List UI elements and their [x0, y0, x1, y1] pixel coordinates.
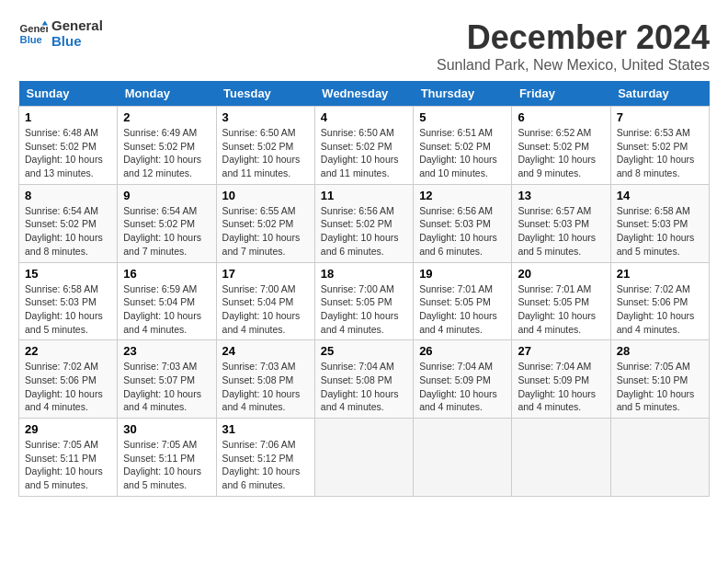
- day-info: Sunrise: 6:50 AMSunset: 5:02 PMDaylight:…: [321, 126, 407, 180]
- day-info: Sunrise: 7:04 AMSunset: 5:09 PMDaylight:…: [419, 360, 506, 414]
- calendar-week-2: 8Sunrise: 6:54 AMSunset: 5:02 PMDaylight…: [19, 184, 710, 262]
- calendar-header-row: SundayMondayTuesdayWednesdayThursdayFrid…: [19, 81, 710, 107]
- calendar-cell: 8Sunrise: 6:54 AMSunset: 5:02 PMDaylight…: [19, 184, 118, 262]
- calendar-cell: 28Sunrise: 7:05 AMSunset: 5:10 PMDayligh…: [610, 340, 709, 419]
- calendar-cell: 2Sunrise: 6:49 AMSunset: 5:02 PMDaylight…: [118, 107, 216, 185]
- calendar-cell: 3Sunrise: 6:50 AMSunset: 5:02 PMDaylight…: [216, 107, 314, 185]
- day-info: Sunrise: 7:01 AMSunset: 5:05 PMDaylight:…: [419, 282, 506, 337]
- calendar-cell: 21Sunrise: 7:02 AMSunset: 5:06 PMDayligh…: [610, 262, 709, 340]
- day-number: 26: [419, 344, 506, 358]
- day-info: Sunrise: 7:01 AMSunset: 5:05 PMDaylight:…: [518, 282, 604, 337]
- calendar-cell: 12Sunrise: 6:56 AMSunset: 5:03 PMDayligh…: [414, 184, 512, 262]
- month-title: December 2024: [437, 18, 710, 57]
- logo-line1: General: [51, 18, 103, 34]
- calendar-cell: 25Sunrise: 7:04 AMSunset: 5:08 PMDayligh…: [314, 340, 413, 419]
- calendar-cell: 23Sunrise: 7:03 AMSunset: 5:07 PMDayligh…: [118, 340, 216, 419]
- day-info: Sunrise: 6:59 AMSunset: 5:04 PMDaylight:…: [123, 282, 210, 337]
- day-number: 21: [617, 267, 703, 281]
- calendar-cell: 13Sunrise: 6:57 AMSunset: 5:03 PMDayligh…: [512, 184, 610, 262]
- day-info: Sunrise: 6:56 AMSunset: 5:03 PMDaylight:…: [419, 204, 506, 259]
- day-number: 7: [617, 110, 703, 124]
- day-number: 31: [222, 422, 309, 436]
- day-number: 20: [518, 267, 604, 281]
- calendar-cell: [610, 419, 709, 497]
- calendar-cell: 11Sunrise: 6:56 AMSunset: 5:02 PMDayligh…: [314, 184, 413, 262]
- day-number: 14: [617, 189, 703, 202]
- logo-line2: Blue: [51, 34, 103, 50]
- day-info: Sunrise: 7:00 AMSunset: 5:05 PMDaylight:…: [321, 282, 407, 337]
- day-number: 27: [518, 344, 604, 358]
- day-info: Sunrise: 7:05 AMSunset: 5:11 PMDaylight:…: [123, 438, 210, 492]
- calendar-cell: 6Sunrise: 6:52 AMSunset: 5:02 PMDaylight…: [512, 107, 610, 185]
- weekday-header-thursday: Thursday: [414, 81, 512, 107]
- calendar-week-5: 29Sunrise: 7:05 AMSunset: 5:11 PMDayligh…: [19, 419, 710, 497]
- calendar-cell: 20Sunrise: 7:01 AMSunset: 5:05 PMDayligh…: [512, 262, 610, 340]
- day-number: 19: [419, 267, 506, 281]
- day-number: 5: [419, 110, 506, 124]
- day-info: Sunrise: 6:57 AMSunset: 5:03 PMDaylight:…: [518, 204, 604, 259]
- day-info: Sunrise: 7:02 AMSunset: 5:06 PMDaylight:…: [25, 360, 111, 414]
- day-number: 17: [222, 267, 309, 281]
- calendar-cell: 4Sunrise: 6:50 AMSunset: 5:02 PMDaylight…: [314, 107, 413, 185]
- day-info: Sunrise: 6:53 AMSunset: 5:02 PMDaylight:…: [617, 126, 703, 180]
- day-info: Sunrise: 6:54 AMSunset: 5:02 PMDaylight:…: [25, 204, 111, 259]
- calendar-cell: 26Sunrise: 7:04 AMSunset: 5:09 PMDayligh…: [414, 340, 512, 419]
- svg-text:Blue: Blue: [20, 33, 42, 44]
- calendar-cell: 1Sunrise: 6:48 AMSunset: 5:02 PMDaylight…: [19, 107, 118, 185]
- calendar-cell: 27Sunrise: 7:04 AMSunset: 5:09 PMDayligh…: [512, 340, 610, 419]
- calendar-cell: 7Sunrise: 6:53 AMSunset: 5:02 PMDaylight…: [610, 107, 709, 185]
- day-info: Sunrise: 6:55 AMSunset: 5:02 PMDaylight:…: [222, 204, 309, 259]
- weekday-header-tuesday: Tuesday: [216, 81, 314, 107]
- day-number: 9: [123, 189, 210, 202]
- calendar-cell: [314, 419, 413, 497]
- day-number: 23: [123, 344, 210, 358]
- day-number: 22: [25, 344, 111, 358]
- day-number: 4: [321, 110, 407, 124]
- title-area: December 2024 Sunland Park, New Mexico, …: [437, 18, 710, 74]
- day-number: 24: [222, 344, 309, 358]
- day-info: Sunrise: 7:05 AMSunset: 5:11 PMDaylight:…: [25, 438, 111, 492]
- day-number: 10: [222, 189, 309, 202]
- day-info: Sunrise: 7:05 AMSunset: 5:10 PMDaylight:…: [617, 360, 703, 414]
- day-number: 16: [123, 267, 210, 281]
- day-info: Sunrise: 6:52 AMSunset: 5:02 PMDaylight:…: [518, 126, 604, 180]
- calendar-cell: 30Sunrise: 7:05 AMSunset: 5:11 PMDayligh…: [118, 419, 216, 497]
- day-number: 13: [518, 189, 604, 202]
- day-number: 18: [321, 267, 407, 281]
- day-info: Sunrise: 7:00 AMSunset: 5:04 PMDaylight:…: [222, 282, 309, 337]
- page-header: General Blue General Blue December 2024 …: [18, 18, 710, 74]
- day-info: Sunrise: 7:06 AMSunset: 5:12 PMDaylight:…: [222, 438, 309, 492]
- calendar-week-3: 15Sunrise: 6:58 AMSunset: 5:03 PMDayligh…: [19, 262, 710, 340]
- day-number: 1: [25, 110, 111, 124]
- day-info: Sunrise: 7:03 AMSunset: 5:08 PMDaylight:…: [222, 360, 309, 414]
- day-info: Sunrise: 6:58 AMSunset: 5:03 PMDaylight:…: [25, 282, 111, 337]
- calendar-cell: [512, 419, 610, 497]
- day-number: 29: [25, 422, 111, 436]
- day-number: 2: [123, 110, 210, 124]
- day-info: Sunrise: 7:03 AMSunset: 5:07 PMDaylight:…: [123, 360, 210, 414]
- calendar-cell: 5Sunrise: 6:51 AMSunset: 5:02 PMDaylight…: [414, 107, 512, 185]
- day-info: Sunrise: 6:51 AMSunset: 5:02 PMDaylight:…: [419, 126, 506, 180]
- calendar-table: SundayMondayTuesdayWednesdayThursdayFrid…: [18, 81, 710, 497]
- calendar-cell: 19Sunrise: 7:01 AMSunset: 5:05 PMDayligh…: [414, 262, 512, 340]
- logo: General Blue General Blue: [18, 18, 103, 49]
- calendar-cell: 31Sunrise: 7:06 AMSunset: 5:12 PMDayligh…: [216, 419, 314, 497]
- day-info: Sunrise: 7:02 AMSunset: 5:06 PMDaylight:…: [617, 282, 703, 337]
- calendar-cell: 22Sunrise: 7:02 AMSunset: 5:06 PMDayligh…: [19, 340, 118, 419]
- calendar-cell: 24Sunrise: 7:03 AMSunset: 5:08 PMDayligh…: [216, 340, 314, 419]
- weekday-header-saturday: Saturday: [610, 81, 709, 107]
- day-number: 11: [321, 189, 407, 202]
- weekday-header-monday: Monday: [118, 81, 216, 107]
- day-number: 30: [123, 422, 210, 436]
- day-info: Sunrise: 6:54 AMSunset: 5:02 PMDaylight:…: [123, 204, 210, 259]
- calendar-cell: [414, 419, 512, 497]
- day-info: Sunrise: 6:58 AMSunset: 5:03 PMDaylight:…: [617, 204, 703, 259]
- day-number: 25: [321, 344, 407, 358]
- day-info: Sunrise: 6:56 AMSunset: 5:02 PMDaylight:…: [321, 204, 407, 259]
- calendar-cell: 17Sunrise: 7:00 AMSunset: 5:04 PMDayligh…: [216, 262, 314, 340]
- logo-icon: General Blue: [18, 19, 48, 49]
- calendar-week-4: 22Sunrise: 7:02 AMSunset: 5:06 PMDayligh…: [19, 340, 710, 419]
- calendar-cell: 16Sunrise: 6:59 AMSunset: 5:04 PMDayligh…: [118, 262, 216, 340]
- day-number: 28: [617, 344, 703, 358]
- calendar-cell: 29Sunrise: 7:05 AMSunset: 5:11 PMDayligh…: [19, 419, 118, 497]
